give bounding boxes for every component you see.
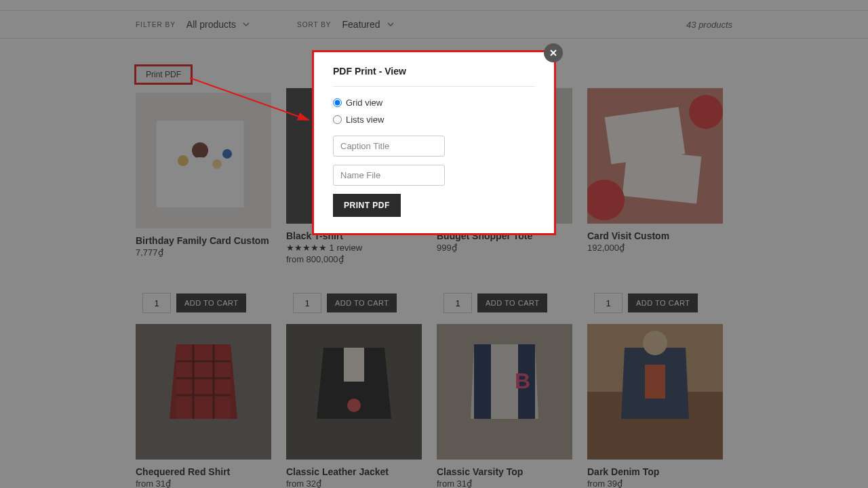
grid-view-radio[interactable]: Grid view (333, 98, 535, 108)
radio-input[interactable] (333, 98, 342, 107)
lists-view-radio[interactable]: Lists view (333, 115, 535, 125)
close-icon (549, 49, 557, 57)
modal-title: PDF Print - View (333, 66, 535, 77)
pdf-print-modal: PDF Print - View Grid view Lists view PR… (312, 50, 556, 235)
radio-label: Lists view (346, 115, 384, 125)
radio-label: Grid view (346, 98, 382, 108)
print-pdf-submit-button[interactable]: PRINT PDF (333, 194, 401, 217)
caption-title-input[interactable] (333, 136, 445, 157)
radio-input[interactable] (333, 115, 342, 124)
close-button[interactable] (544, 43, 563, 62)
name-file-input[interactable] (333, 165, 445, 186)
